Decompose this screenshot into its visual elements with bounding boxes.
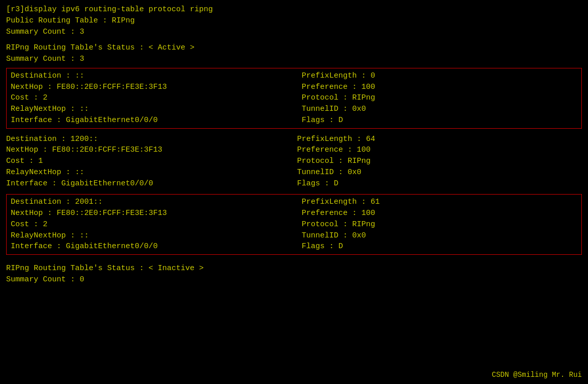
route-1-row-2: NextHop : FE80::2E0:FCFF:FE3E:3F13 Prefe…: [11, 82, 577, 93]
route-2-row-3: Cost : 1 Protocol : RIPng: [6, 156, 582, 167]
header-summary-count: Summary Count : 3: [6, 27, 582, 38]
route-1-relay: RelayNextHop : ::: [11, 104, 302, 115]
route-2-relay: RelayNextHop : ::: [6, 167, 297, 178]
route-2-preference: Preference : 100: [297, 145, 582, 156]
route-2-row-1: Destination : 1200:: PrefixLength : 64: [6, 134, 582, 145]
route-1-row-3: Cost : 2 Protocol : RIPng: [11, 92, 577, 104]
route-2-row-4: RelayNextHop : :: TunnelID : 0x0: [6, 167, 582, 178]
route-3-relay: RelayNextHop : ::: [11, 230, 302, 242]
route-3-row-3: Cost : 2 Protocol : RIPng: [11, 219, 577, 230]
route-3-tunnelid: TunnelID : 0x0: [302, 230, 577, 242]
route-entry-3: Destination : 2001:: PrefixLength : 61 N…: [6, 194, 582, 255]
route-2-cost: Cost : 1: [6, 156, 297, 167]
route-1-row-1: Destination : :: PrefixLength : 0: [11, 70, 577, 82]
route-3-preference: Preference : 100: [302, 208, 577, 219]
route-entry-2: Destination : 1200:: PrefixLength : 64 N…: [6, 132, 582, 191]
route-1-tunnelid: TunnelID : 0x0: [302, 104, 577, 115]
route-3-dest: Destination : 2001::: [11, 197, 302, 208]
route-3-row-2: NextHop : FE80::2E0:FCFF:FE3E:3F13 Prefe…: [11, 208, 577, 219]
route-2-row-5: Interface : GigabitEthernet0/0/0 Flags :…: [6, 178, 582, 189]
active-summary-count: Summary Count : 3: [6, 54, 582, 65]
route-1-flags: Flags : D: [302, 115, 577, 126]
route-3-interface: Interface : GigabitEthernet0/0/0: [11, 241, 302, 252]
route-1-dest: Destination : ::: [11, 70, 302, 82]
route-3-row-5: Interface : GigabitEthernet0/0/0 Flags :…: [11, 241, 577, 252]
route-2-prefix: PrefixLength : 64: [297, 134, 582, 145]
route-2-row-2: NextHop : FE80::2E0:FCFF:FE3E:3F13 Prefe…: [6, 145, 582, 156]
route-1-cost: Cost : 2: [11, 92, 302, 104]
route-3-flags: Flags : D: [302, 241, 577, 252]
route-3-protocol: Protocol : RIPng: [302, 219, 577, 230]
route-3-prefix: PrefixLength : 61: [302, 197, 577, 208]
route-entry-1: Destination : :: PrefixLength : 0 NextHo…: [6, 68, 582, 129]
route-1-nexthop: NextHop : FE80::2E0:FCFF:FE3E:3F13: [11, 82, 302, 93]
route-2-dest: Destination : 1200::: [6, 134, 297, 145]
route-2-protocol: Protocol : RIPng: [297, 156, 582, 167]
route-1-protocol: Protocol : RIPng: [302, 92, 577, 104]
watermark: CSDN @Smiling Mr. Rui: [492, 370, 582, 380]
terminal-output: [r3]display ipv6 routing-table protocol …: [6, 4, 582, 285]
command-line: [r3]display ipv6 routing-table protocol …: [6, 4, 582, 15]
route-1-interface: Interface : GigabitEthernet0/0/0: [11, 115, 302, 126]
route-3-nexthop: NextHop : FE80::2E0:FCFF:FE3E:3F13: [11, 208, 302, 219]
route-2-nexthop: NextHop : FE80::2E0:FCFF:FE3E:3F13: [6, 145, 297, 156]
route-2-tunnelid: TunnelID : 0x0: [297, 167, 582, 178]
route-3-cost: Cost : 2: [11, 219, 302, 230]
route-1-preference: Preference : 100: [302, 82, 577, 93]
inactive-status-line: RIPng Routing Table's Status : < Inactiv…: [6, 263, 582, 274]
route-2-flags: Flags : D: [297, 178, 582, 189]
route-3-row-1: Destination : 2001:: PrefixLength : 61: [11, 197, 577, 208]
inactive-summary-count: Summary Count : 0: [6, 274, 582, 285]
route-1-row-5: Interface : GigabitEthernet0/0/0 Flags :…: [11, 115, 577, 126]
route-1-prefix: PrefixLength : 0: [302, 70, 577, 82]
route-1-row-4: RelayNextHop : :: TunnelID : 0x0: [11, 104, 577, 115]
active-status-line: RIPng Routing Table's Status : < Active …: [6, 42, 582, 54]
route-3-row-4: RelayNextHop : :: TunnelID : 0x0: [11, 230, 577, 242]
public-routing-table: Public Routing Table : RIPng: [6, 15, 582, 27]
route-2-interface: Interface : GigabitEthernet0/0/0: [6, 178, 297, 189]
